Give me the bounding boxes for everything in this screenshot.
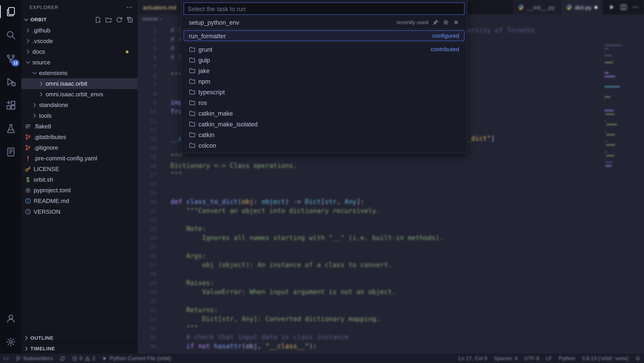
explorer-section-orbit[interactable]: ORBIT	[21, 14, 138, 25]
task-item-catkin[interactable]: catkin	[184, 129, 464, 140]
status-branch[interactable]: feature/docs	[12, 354, 56, 363]
line-number-gutter: 1234567891011121314151617181920212223242…	[138, 26, 156, 351]
views-and-more-actions-button[interactable]	[126, 4, 132, 10]
code-line: """	[170, 324, 534, 333]
status-problems[interactable]: 02	[68, 354, 98, 363]
activity-run-and-debug[interactable]	[0, 70, 21, 93]
new-folder-button[interactable]	[105, 16, 112, 23]
task-meta: configured	[432, 32, 459, 39]
task-item-jake[interactable]: jake	[184, 65, 464, 76]
vscode-window: actuators.md__init__.pydict.py source › …	[0, 0, 644, 363]
chevron-down-icon	[25, 59, 31, 66]
activity-extensions[interactable]	[0, 93, 21, 117]
tree-item-flake8[interactable]: .flake8	[21, 121, 138, 132]
refresh-button[interactable]	[116, 16, 123, 23]
chevron-right-icon	[31, 102, 38, 108]
task-item-colcon[interactable]: colcon	[184, 140, 464, 151]
collapse-all-button[interactable]	[126, 16, 134, 23]
status-language[interactable]: Python	[555, 354, 578, 363]
new-file-button[interactable]	[94, 16, 101, 23]
task-item-typescript[interactable]: typescript	[184, 86, 464, 97]
tree-item-gitignore[interactable]: .gitignore	[21, 142, 138, 153]
line-number: 31	[138, 297, 156, 306]
minimap-line	[605, 162, 613, 163]
task-item-ros[interactable]: ros	[184, 97, 464, 108]
tree-item-pre-commit-config-yaml[interactable]: .pre-commit-config.yaml	[21, 153, 138, 164]
split-editor-button[interactable]	[620, 4, 627, 11]
task-item-setup-python-env[interactable]: setup_python_envrecently used	[184, 17, 464, 27]
task-item-catkin-make-isolated[interactable]: catkin_make_isolated	[184, 118, 464, 129]
tab-label: dict.py	[575, 4, 592, 10]
status-encoding[interactable]: UTF-8	[521, 354, 542, 363]
minimap-line	[606, 124, 618, 125]
tree-item-orbit-sh[interactable]: orbit.sh	[21, 174, 138, 185]
tree-item-readme-md[interactable]: README.md	[21, 196, 138, 206]
status-indentation[interactable]: Spaces: 4	[490, 354, 521, 363]
code-line: Dictionary <-> Class operations.	[170, 161, 534, 170]
folder-icon	[189, 121, 196, 127]
tree-item-omni-isaac-orbit-envs[interactable]: omni.isaac.orbit_envs	[21, 89, 138, 100]
tab-actuators-md[interactable]: actuators.md	[138, 0, 182, 14]
run-python-file-button[interactable]	[608, 4, 615, 11]
tree-item-vscode[interactable]: .vscode	[21, 36, 138, 46]
tree-item-pyproject-toml[interactable]: pyproject.toml	[21, 185, 138, 196]
tab-dict-py[interactable]: dict.py	[560, 0, 604, 14]
activity-notebook[interactable]	[0, 140, 21, 164]
minimap[interactable]	[601, 45, 644, 169]
task-item-npm[interactable]: npm	[184, 76, 464, 86]
close-button[interactable]	[453, 19, 459, 25]
gear-button[interactable]	[443, 19, 449, 25]
more-actions-button[interactable]	[632, 4, 639, 11]
tab-label: actuators.md	[143, 4, 176, 10]
sidebar-section-outline[interactable]: OUTLINE	[21, 332, 138, 343]
status-sync[interactable]	[56, 354, 68, 363]
tree-item-label: extensions	[39, 70, 68, 76]
status-notifications[interactable]	[632, 354, 644, 363]
python-icon	[566, 4, 572, 10]
tree-item-omni-isaac-orbit[interactable]: omni.isaac.orbit	[21, 78, 138, 89]
line-number: 6	[138, 71, 156, 80]
tree-item-source[interactable]: source	[21, 57, 138, 68]
tree-item-gitattributes[interactable]: .gitattributes	[21, 132, 138, 142]
tree-item-tools[interactable]: tools	[21, 110, 138, 121]
status-eol[interactable]: LF	[542, 354, 555, 363]
tab-init-py[interactable]: __init__.py	[512, 0, 560, 14]
task-item-run-formatter[interactable]: run_formatterconfigured	[184, 30, 464, 41]
activity-explorer[interactable]	[0, 0, 21, 23]
activity-source-control[interactable]: 12	[0, 47, 21, 70]
tree-item-license[interactable]: LICENSE	[21, 164, 138, 174]
task-item-gulp[interactable]: gulp	[184, 54, 464, 65]
task-item-catkin-make[interactable]: catkin_make	[184, 108, 464, 118]
tree-item-docs[interactable]: docs	[21, 46, 138, 57]
code-line: def class_to_dict(obj: object) -> Dict[s…	[170, 197, 534, 206]
line-number: 11	[138, 116, 156, 125]
status-cursor-position[interactable]: Ln 17, Col 9	[455, 354, 490, 363]
chevron-down-icon	[23, 16, 30, 23]
status-python-interpreter[interactable]: 3.8.13 ('orbit': venv)	[578, 354, 632, 363]
task-provider-label: configured	[432, 32, 459, 39]
activity-settings[interactable]	[0, 330, 21, 354]
pin-button[interactable]	[432, 19, 439, 25]
task-label: colcon	[198, 142, 216, 149]
section-label: TIMELINE	[30, 346, 55, 351]
activity-search[interactable]	[0, 23, 21, 47]
tree-item-version[interactable]: VERSION	[21, 206, 138, 217]
tree-item-standalone[interactable]: standalone	[21, 100, 138, 110]
status-remote[interactable]	[0, 354, 12, 363]
task-item-grunt[interactable]: gruntcontributed	[184, 44, 464, 54]
status-left: feature/docs02Python Current File (orbit…	[0, 354, 174, 363]
tree-item-extensions[interactable]: extensions	[21, 68, 138, 78]
tree-item-label: LICENSE	[34, 166, 59, 172]
status-debug-config[interactable]: Python Current File (orbit)	[98, 354, 174, 363]
quick-pick-input[interactable]	[184, 2, 464, 15]
breadcrumb-item-source[interactable]: source	[142, 16, 158, 22]
line-number: 9	[138, 98, 156, 107]
sidebar-header: EXPLORER	[21, 0, 138, 14]
activity-testing[interactable]	[0, 117, 21, 140]
activity-accounts[interactable]	[0, 307, 21, 330]
breadcrumb-chevron-icon: ›	[160, 16, 162, 22]
remote-icon	[3, 356, 9, 361]
tree-item-github[interactable]: .github	[21, 25, 138, 36]
sidebar-section-timeline[interactable]: TIMELINE	[21, 343, 138, 354]
tree-item-label: source	[32, 59, 50, 66]
